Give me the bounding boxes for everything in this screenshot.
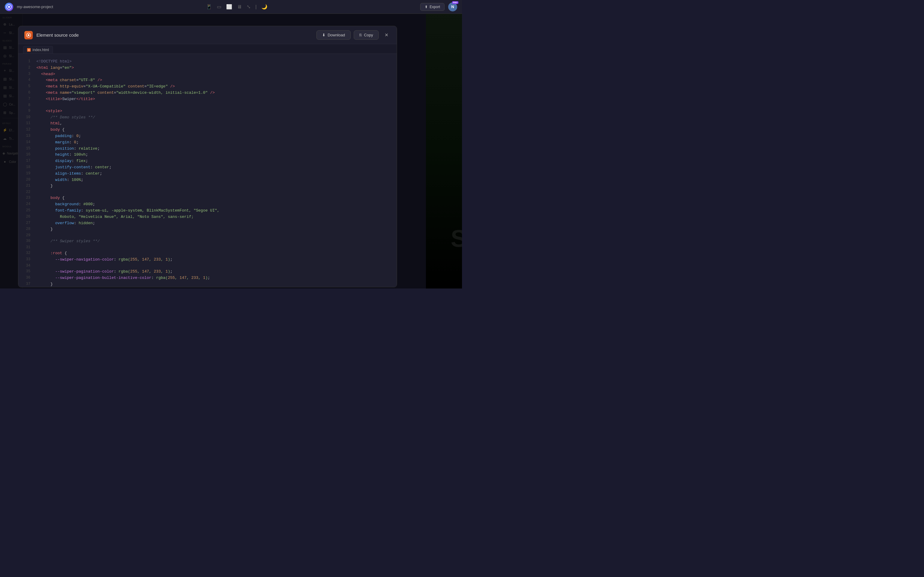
desktop-small-icon[interactable]: ⬜ xyxy=(226,4,232,10)
code-line-12: 12 body { xyxy=(18,127,397,133)
code-line-14: 14 margin: 0; xyxy=(18,139,397,146)
code-line-25: 25 font-family: system-ui, -apple-system… xyxy=(18,208,397,214)
copy-icon: ⎘ xyxy=(359,33,362,37)
code-line-23: 23 body { xyxy=(18,195,397,201)
file-tab-index-html[interactable]: H index.html xyxy=(23,46,53,53)
code-line-30: 30 /** Swiper styles **/ xyxy=(18,238,397,245)
modal-logo xyxy=(24,31,33,39)
code-line-5: 5 <meta http-equiv="X-UA-Compatible" con… xyxy=(18,84,397,90)
avatar[interactable]: N PRO xyxy=(448,2,457,11)
expand-icon[interactable]: ⤡ xyxy=(247,4,250,10)
modal-overlay: Element source code ⬇ Download ⎘ Copy × … xyxy=(0,14,462,288)
code-line-20: 20 width: 100%; xyxy=(18,177,397,183)
code-line-9: 9 <style> xyxy=(18,108,397,114)
divider-icon: | xyxy=(255,4,257,10)
modal-header: Element source code ⬇ Download ⎘ Copy × xyxy=(18,26,397,44)
source-code-modal: Element source code ⬇ Download ⎘ Copy × … xyxy=(18,26,397,287)
html-file-icon: H xyxy=(27,48,31,52)
pro-badge: PRO xyxy=(452,1,459,4)
export-button[interactable]: ⬆ Export xyxy=(420,3,444,11)
modal-actions: ⬇ Download ⎘ Copy xyxy=(317,31,379,40)
desktop-icon[interactable]: 🖥 xyxy=(237,4,242,10)
project-name: my-awesome-project xyxy=(17,5,53,9)
code-line-7: 7 <title>Swiper</title> xyxy=(18,96,397,103)
code-line-2: 2 <html lang="en"> xyxy=(18,65,397,71)
topbar: my-awesome-project 📱 ▭ ⬜ 🖥 ⤡ | 🌙 ⬆ Expor… xyxy=(0,0,462,14)
code-line-6: 6 <meta name="viewport" content="width=d… xyxy=(18,90,397,96)
svg-point-3 xyxy=(27,34,29,36)
code-line-27: 27 overflow: hidden; xyxy=(18,220,397,227)
topbar-center-icons: 📱 ▭ ⬜ 🖥 ⤡ | 🌙 xyxy=(57,4,417,10)
code-line-32: 32 :root { xyxy=(18,250,397,257)
code-line-36: 36 --swiper-pagination-bullet-inactive-c… xyxy=(18,275,397,281)
code-line-29: 29 xyxy=(18,233,397,238)
code-line-17: 17 display: flex; xyxy=(18,158,397,164)
code-line-1: 1 <!DOCTYPE html> xyxy=(18,59,397,65)
code-line-28: 28 } xyxy=(18,226,397,233)
code-line-3: 3 <head> xyxy=(18,71,397,77)
code-line-34: 34 xyxy=(18,263,397,269)
code-line-4: 4 <meta charset="UTF-8" /> xyxy=(18,77,397,84)
code-line-24: 24 background: #000; xyxy=(18,201,397,208)
code-line-31: 31 xyxy=(18,245,397,250)
code-line-8: 8 xyxy=(18,103,397,108)
tablet-icon[interactable]: ▭ xyxy=(217,4,221,10)
code-line-19: 19 align-items: center; xyxy=(18,171,397,177)
code-area[interactable]: 1 <!DOCTYPE html> 2 <html lang="en"> 3 <… xyxy=(18,54,397,287)
file-tabs: H index.html xyxy=(18,44,397,54)
modal-title: Element source code xyxy=(36,32,313,37)
code-line-21: 21 } xyxy=(18,183,397,189)
app-logo xyxy=(5,3,13,11)
topbar-right: ⬆ Export N PRO xyxy=(420,2,457,11)
share-icon: ⬆ xyxy=(425,5,428,9)
mobile-icon[interactable]: 📱 xyxy=(206,4,212,10)
code-line-26: 26 Roboto, "Helvetica Neue", Arial, "Not… xyxy=(18,214,397,220)
svg-point-1 xyxy=(8,6,10,8)
code-line-16: 16 height: 100vh; xyxy=(18,152,397,158)
code-line-18: 18 justify-content: center; xyxy=(18,164,397,171)
code-line-11: 11 html, xyxy=(18,121,397,127)
close-button[interactable]: × xyxy=(382,31,391,40)
dark-mode-icon[interactable]: 🌙 xyxy=(262,4,267,10)
code-line-33: 33 --swiper-navigation-color: rgba(255, … xyxy=(18,257,397,263)
copy-button[interactable]: ⎘ Copy xyxy=(354,31,379,40)
download-icon: ⬇ xyxy=(322,33,325,37)
code-line-10: 10 /** Demo styles **/ xyxy=(18,114,397,121)
code-line-13: 13 padding: 0; xyxy=(18,133,397,139)
code-line-22: 22 xyxy=(18,189,397,195)
code-line-35: 35 --swiper-pagination-color: rgba(255, … xyxy=(18,269,397,275)
code-line-37: 37 } xyxy=(18,281,397,287)
code-line-15: 15 position: relative; xyxy=(18,146,397,152)
download-button[interactable]: ⬇ Download xyxy=(317,31,351,40)
